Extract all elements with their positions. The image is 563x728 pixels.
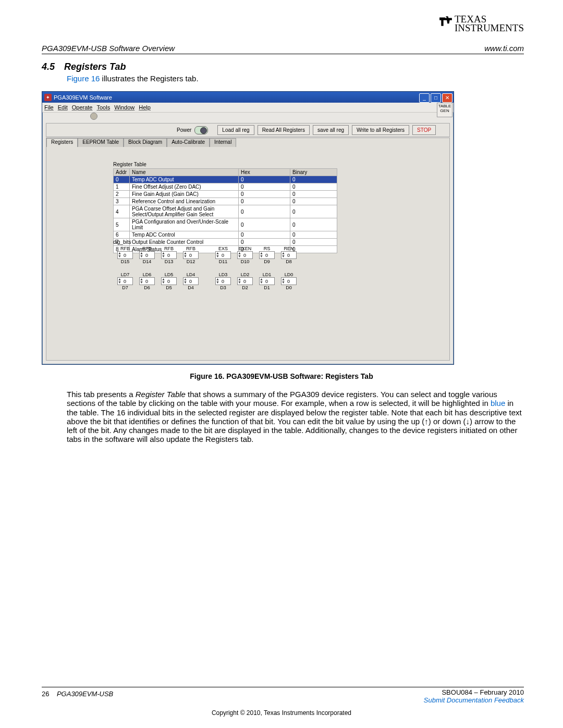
register-table[interactable]: Addr Name Hex Binary 0Temp ADC Output001… bbox=[113, 168, 337, 253]
maximize-button[interactable]: □ bbox=[431, 93, 441, 103]
tab-registers[interactable]: Registers bbox=[46, 138, 78, 147]
bits-d7-d4: LD7▲▼0D7LD6▲▼0D6LD5▲▼0D5LD4▲▼0D4 bbox=[114, 272, 202, 295]
section-title: Registers Tab bbox=[64, 61, 126, 72]
col-name: Name bbox=[130, 169, 239, 176]
doc-id: SBOU084 – February 2010 bbox=[442, 688, 524, 696]
write-all-registers-button[interactable]: Write to all Registers bbox=[352, 125, 409, 135]
bit-D3[interactable]: LD3▲▼0D3 bbox=[212, 272, 234, 295]
footer-rule bbox=[42, 687, 524, 687]
read-all-registers-button[interactable]: Read All Registers bbox=[258, 125, 310, 135]
stop-button[interactable]: STOP bbox=[412, 125, 436, 135]
titlebar: ✦ PGA309EVM Software _ □ ✕ bbox=[42, 92, 454, 103]
minimize-button[interactable]: _ bbox=[419, 93, 430, 103]
menu-tools[interactable]: Tools bbox=[96, 104, 110, 110]
bit-D1[interactable]: LD1▲▼0D1 bbox=[256, 272, 278, 295]
tab-auto-calibrate[interactable]: Auto-Calibrate bbox=[167, 138, 210, 147]
bit-D7[interactable]: LD7▲▼0D7 bbox=[114, 272, 136, 295]
bit-D10[interactable]: EXEN▲▼0D10 bbox=[234, 246, 256, 269]
bit-D12[interactable]: RFB▲▼0D12 bbox=[180, 246, 202, 269]
col-binary: Binary bbox=[290, 169, 337, 176]
run-indicator-icon[interactable] bbox=[90, 113, 97, 120]
intro-line: Figure 16 illustrates the Registers tab. bbox=[67, 74, 199, 83]
logo-text-bot: INSTRUMENTS bbox=[455, 22, 524, 33]
app-icon: ✦ bbox=[44, 94, 52, 101]
footer-left: 26 PGA309EVM-USB bbox=[42, 690, 113, 698]
menu-window[interactable]: Window bbox=[114, 104, 134, 110]
table-gen-button[interactable]: TABLE GEN bbox=[437, 103, 452, 117]
bit-D9[interactable]: RS▲▼0D9 bbox=[256, 246, 278, 269]
col-addr: Addr bbox=[114, 169, 130, 176]
bit-D4[interactable]: LD4▲▼0D4 bbox=[180, 272, 202, 295]
dig-bits-label: dig_bits bbox=[113, 239, 131, 245]
doc-name: PGA309EVM-USB bbox=[57, 690, 113, 698]
save-all-reg-button[interactable]: save all reg bbox=[313, 125, 349, 135]
table-row[interactable]: 3Reference Control and Linearization00 bbox=[114, 198, 337, 205]
bit-D14[interactable]: RFB▲▼0D14 bbox=[136, 246, 158, 269]
register-table-label: Register Table bbox=[113, 162, 146, 167]
bit-D6[interactable]: LD6▲▼0D6 bbox=[136, 272, 158, 295]
power-label: Power bbox=[177, 127, 191, 133]
page-number: 26 bbox=[42, 690, 49, 698]
table-row[interactable]: 1Fine Offset Adjust (Zero DAC)00 bbox=[114, 183, 337, 191]
bits-d15-d12: RFB▲▼0D15RFB▲▼0D14RFB▲▼0D13RFB▲▼0D12 bbox=[114, 246, 202, 269]
menu-edit[interactable]: Edit bbox=[58, 104, 68, 110]
menubar: File Edit Operate Tools Window Help bbox=[42, 103, 454, 113]
section-num: 4.5 bbox=[42, 61, 55, 72]
footer-right: SBOU084 – February 2010 Submit Documenta… bbox=[424, 688, 524, 704]
app-window: ✦ PGA309EVM Software _ □ ✕ File Edit Ope… bbox=[42, 91, 454, 365]
close-button[interactable]: ✕ bbox=[442, 93, 452, 103]
tabstrip: Registers EEPROM Table Block Diagram Aut… bbox=[46, 138, 449, 147]
col-hex: Hex bbox=[239, 169, 290, 176]
bit-D15[interactable]: RFB▲▼0D15 bbox=[114, 246, 136, 269]
header-right: www.ti.com bbox=[484, 44, 524, 53]
table-row[interactable]: 2Fine Gain Adjust (Gain DAC)00 bbox=[114, 191, 337, 198]
ti-logo: TEXAS INSTRUMENTS bbox=[439, 15, 524, 33]
menu-file[interactable]: File bbox=[44, 104, 54, 110]
tabs-panel: Registers EEPROM Table Block Diagram Aut… bbox=[46, 138, 450, 361]
table-row[interactable]: 7Output Enable Counter Control00 bbox=[114, 239, 337, 246]
bit-D13[interactable]: RFB▲▼0D13 bbox=[158, 246, 180, 269]
menu-help[interactable]: Help bbox=[139, 104, 151, 110]
figure-ref-link[interactable]: Figure 16 bbox=[67, 74, 100, 83]
power-toggle[interactable] bbox=[194, 126, 208, 134]
load-all-reg-button[interactable]: Load all reg bbox=[217, 125, 254, 135]
tab-eeprom-table[interactable]: EEPROM Table bbox=[78, 138, 124, 147]
table-row[interactable]: 5PGA Configuration and Over/Under-Scale … bbox=[114, 218, 337, 231]
header-left: PGA309EVM-USB Software Overview bbox=[42, 44, 175, 53]
bit-D0[interactable]: LD0▲▼0D0 bbox=[278, 272, 300, 295]
bit-D8[interactable]: REN▲▼0D8 bbox=[278, 246, 300, 269]
bit-D2[interactable]: LD2▲▼0D2 bbox=[234, 272, 256, 295]
figure-caption: Figure 16. PGA309EVM-USB Software: Regis… bbox=[0, 372, 563, 380]
menu-operate[interactable]: Operate bbox=[72, 104, 93, 110]
table-row[interactable]: 6Temp ADC Control00 bbox=[114, 231, 337, 239]
feedback-link[interactable]: Submit Documentation Feedback bbox=[424, 696, 524, 704]
section-heading: 4.5 Registers Tab bbox=[42, 61, 126, 72]
tab-internal[interactable]: Internal bbox=[210, 138, 236, 147]
body-paragraph: This tab presents a Register Table that … bbox=[67, 390, 522, 444]
tab-block-diagram[interactable]: Block Diagram bbox=[124, 138, 167, 147]
bits-d3-d0: LD3▲▼0D3LD2▲▼0D2LD1▲▼0D1LD0▲▼0D0 bbox=[212, 272, 300, 295]
bits-d11-d8: EXS▲▼0D11EXEN▲▼0D10RS▲▼0D9REN▲▼0D8 bbox=[212, 246, 300, 269]
table-row[interactable]: 4PGA Coarse Offset Adjust and Gain Selec… bbox=[114, 205, 337, 218]
bit-D5[interactable]: LD5▲▼0D5 bbox=[158, 272, 180, 295]
table-row[interactable]: 0Temp ADC Output00 bbox=[114, 176, 337, 183]
window-title: PGA309EVM Software bbox=[54, 94, 112, 101]
copyright: Copyright © 2010, Texas Instruments Inco… bbox=[0, 709, 563, 717]
bit-D11[interactable]: EXS▲▼0D11 bbox=[212, 246, 234, 269]
page-header: PGA309EVM-USB Software Overview www.ti.c… bbox=[42, 44, 524, 54]
toolbar: Power Load all reg Read All Registers sa… bbox=[46, 123, 450, 137]
ti-logo-icon bbox=[439, 16, 452, 27]
